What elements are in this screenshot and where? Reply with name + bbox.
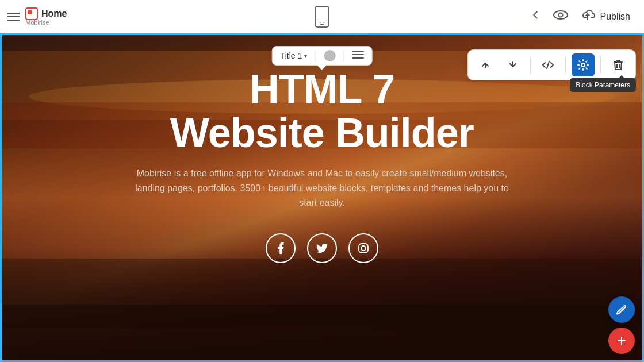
- title-dropdown-caret: ▾: [304, 53, 307, 59]
- hero-description: Mobirise is a free offline app for Windo…: [126, 166, 518, 210]
- svg-point-1: [558, 13, 562, 17]
- block-params-tooltip: Block Parameters: [570, 78, 636, 92]
- block-params-button[interactable]: [572, 53, 595, 76]
- popup-divider-1: [315, 50, 316, 61]
- svg-point-0: [554, 11, 568, 19]
- instagram-icon[interactable]: [348, 233, 378, 263]
- mobile-preview-button[interactable]: [315, 6, 329, 28]
- svg-point-7: [361, 246, 366, 251]
- block-title-label[interactable]: Title 1 ▾: [281, 51, 308, 60]
- move-up-button[interactable]: [474, 53, 497, 76]
- fab-add-button[interactable]: +: [608, 328, 635, 354]
- hero-title: HTML 7 Website Builder: [170, 68, 474, 155]
- toolbar-divider-3: [600, 57, 601, 73]
- svg-point-12: [581, 63, 585, 67]
- topbar-right: Publish: [529, 9, 644, 25]
- move-down-button[interactable]: [501, 53, 524, 76]
- popup-divider-2: [343, 50, 344, 61]
- toolbar-divider-1: [530, 57, 531, 73]
- hero-title-line2: Website Builder: [170, 110, 474, 156]
- hero-title-line1: HTML 7: [250, 66, 395, 112]
- facebook-icon[interactable]: [266, 233, 296, 263]
- publish-button[interactable]: Publish: [580, 9, 630, 25]
- delete-block-button[interactable]: [607, 53, 630, 76]
- topbar-center: [115, 6, 529, 28]
- preview-button[interactable]: [553, 10, 568, 23]
- canvas: Title 1 ▾ HTML 7 Website Builder Mobiris…: [0, 33, 644, 362]
- logo-title: Home: [41, 9, 67, 19]
- fab-edit-button[interactable]: [608, 296, 635, 323]
- block-toolbar: [467, 49, 636, 80]
- code-editor-button[interactable]: [536, 53, 559, 76]
- hamburger-menu-icon[interactable]: [7, 13, 20, 21]
- logo: Home Mobirise: [25, 7, 67, 26]
- logo-icon: [25, 7, 38, 20]
- popup-lines-icon[interactable]: [352, 50, 363, 61]
- popup-color-toggle[interactable]: [324, 50, 335, 61]
- topbar-left: Home Mobirise: [0, 7, 115, 26]
- toolbar-divider-2: [565, 57, 566, 73]
- publish-label: Publish: [600, 11, 630, 22]
- svg-line-11: [547, 61, 549, 68]
- block-title-popup: Title 1 ▾: [272, 46, 373, 66]
- twitter-icon[interactable]: [307, 233, 337, 263]
- topbar: Home Mobirise: [0, 0, 644, 33]
- plus-icon: +: [617, 333, 626, 349]
- social-icons-group: [266, 233, 378, 263]
- svg-point-8: [366, 245, 367, 246]
- cloud-upload-icon: [580, 9, 596, 25]
- back-button[interactable]: [529, 9, 542, 24]
